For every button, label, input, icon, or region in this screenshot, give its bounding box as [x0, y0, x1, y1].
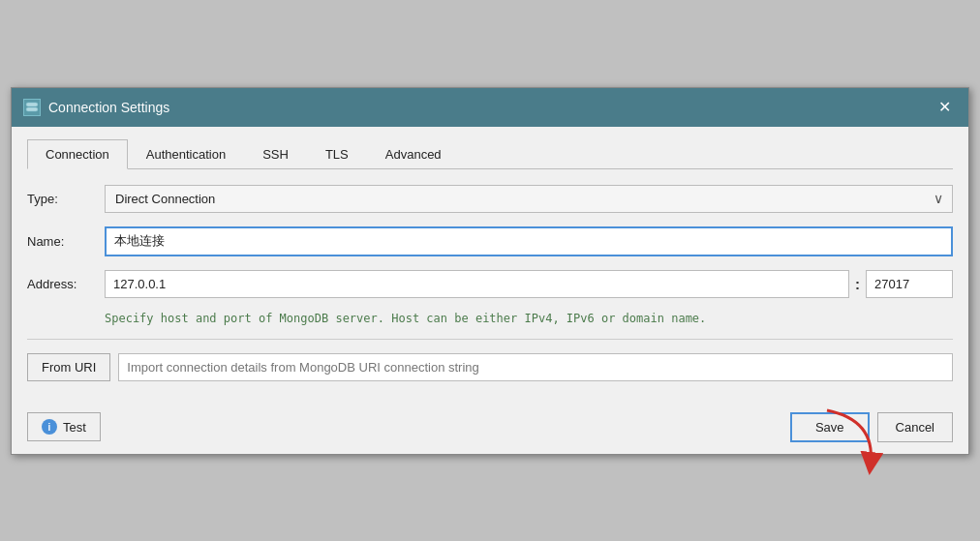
action-buttons: Save Cancel	[790, 412, 953, 442]
uri-input[interactable]	[118, 353, 953, 381]
title-bar: Connection Settings ✕	[12, 88, 968, 127]
name-input[interactable]	[105, 226, 953, 256]
tab-advanced[interactable]: Advanced	[367, 139, 460, 169]
divider	[27, 339, 953, 340]
name-row: Name:	[27, 226, 953, 256]
svg-rect-0	[26, 103, 38, 106]
colon-separator: :	[855, 276, 860, 292]
type-select[interactable]: Direct ConnectionReplica SetSharded Clus…	[105, 185, 953, 213]
tab-authentication[interactable]: Authentication	[128, 139, 244, 169]
address-row: Address: :	[27, 270, 953, 298]
name-label: Name:	[27, 234, 105, 249]
test-button[interactable]: i Test	[27, 412, 101, 441]
svg-rect-1	[26, 107, 38, 111]
port-input[interactable]	[866, 270, 953, 298]
dialog-body: Connection Authentication SSH TLS Advanc…	[12, 127, 968, 405]
dialog-title: Connection Settings	[48, 100, 169, 115]
test-icon: i	[42, 419, 57, 435]
connection-settings-dialog: Connection Settings ✕ Connection Authent…	[11, 87, 969, 455]
test-label: Test	[63, 420, 86, 435]
address-label: Address:	[27, 277, 105, 291]
title-bar-left: Connection Settings	[23, 99, 169, 116]
uri-row: From URI	[27, 353, 953, 381]
address-port-row: :	[105, 270, 953, 298]
address-inputs: :	[105, 270, 953, 298]
type-label: Type:	[27, 192, 105, 206]
host-input[interactable]	[105, 270, 849, 298]
type-select-wrapper: Direct ConnectionReplica SetSharded Clus…	[105, 185, 953, 213]
save-button[interactable]: Save	[790, 412, 870, 442]
close-button[interactable]: ✕	[933, 96, 957, 118]
tabs-container: Connection Authentication SSH TLS Advanc…	[27, 138, 953, 169]
bottom-bar: i Test Save Cancel	[12, 405, 968, 454]
from-uri-button[interactable]: From URI	[27, 353, 110, 381]
address-hint: Specify host and port of MongoDB server.…	[105, 312, 953, 325]
tab-ssh[interactable]: SSH	[244, 139, 307, 169]
tab-connection[interactable]: Connection	[27, 139, 128, 169]
cancel-button[interactable]: Cancel	[877, 412, 953, 442]
tab-tls[interactable]: TLS	[307, 139, 367, 169]
db-icon	[23, 99, 41, 116]
type-row: Type: Direct ConnectionReplica SetSharde…	[27, 185, 953, 213]
name-input-wrapper	[105, 226, 953, 256]
